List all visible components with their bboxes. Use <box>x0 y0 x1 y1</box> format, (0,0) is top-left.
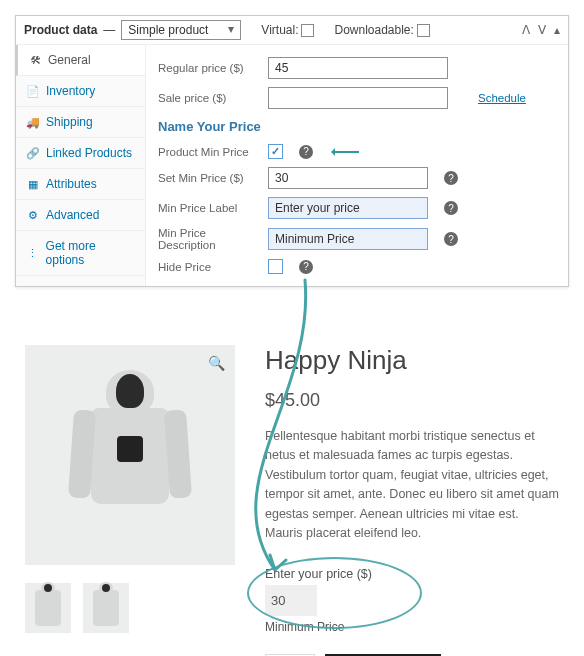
annotation-arrow-icon <box>333 151 359 153</box>
min-price-label-input[interactable] <box>268 197 428 219</box>
name-your-price-title: Name Your Price <box>158 113 556 140</box>
tab-general[interactable]: 🛠 General <box>16 45 145 76</box>
nyp-price-input[interactable] <box>265 585 317 616</box>
expand-icon[interactable]: ᐯ <box>538 23 546 37</box>
panel-toggle-icon[interactable]: ▴ <box>554 23 560 37</box>
set-min-price-label: Set Min Price ($) <box>158 172 258 184</box>
tab-shipping[interactable]: 🚚 Shipping <box>16 107 145 138</box>
downloadable-label: Downloadable: <box>334 23 413 37</box>
virtual-label: Virtual: <box>261 23 298 37</box>
link-icon: 🔗 <box>26 146 40 160</box>
regular-price-input[interactable] <box>268 57 448 79</box>
min-price-label-label: Min Price Label <box>158 202 258 214</box>
truck-icon: 🚚 <box>26 115 40 129</box>
tab-linked-products[interactable]: 🔗 Linked Products <box>16 138 145 169</box>
tab-inventory[interactable]: 📄 Inventory <box>16 76 145 107</box>
product-thumb[interactable] <box>83 583 129 633</box>
grid-icon: ▦ <box>26 177 40 191</box>
more-icon: ⋮ <box>26 246 40 260</box>
sale-price-input[interactable] <box>268 87 448 109</box>
help-icon[interactable]: ? <box>299 145 313 159</box>
collapse-icon[interactable]: ᐱ <box>522 23 530 37</box>
gear-icon: ⚙ <box>26 208 40 222</box>
file-icon: 📄 <box>26 84 40 98</box>
help-icon[interactable]: ? <box>444 201 458 215</box>
min-price-desc-input[interactable] <box>268 228 428 250</box>
product-data-title: Product data <box>24 23 97 37</box>
product-min-price-checkbox[interactable]: ✓ <box>268 144 283 159</box>
wrench-icon: 🛠 <box>28 53 42 67</box>
regular-price-label: Regular price ($) <box>158 62 258 74</box>
product-price: $45.00 <box>265 390 559 411</box>
nyp-label: Enter your price ($) <box>265 567 425 581</box>
hide-price-label: Hide Price <box>158 261 258 273</box>
virtual-checkbox[interactable] <box>301 24 314 37</box>
tab-get-more-options[interactable]: ⋮ Get more options <box>16 231 145 276</box>
product-thumb[interactable] <box>25 583 71 633</box>
schedule-link[interactable]: Schedule <box>478 92 526 104</box>
product-main-image[interactable]: 🔍 <box>25 345 235 565</box>
min-price-desc-label: Min Price Description <box>158 227 258 251</box>
set-min-price-input[interactable] <box>268 167 428 189</box>
product-title: Happy Ninja <box>265 345 559 376</box>
product-description: Pellentesque habitant morbi tristique se… <box>265 427 559 543</box>
zoom-icon[interactable]: 🔍 <box>208 355 225 371</box>
help-icon[interactable]: ? <box>444 171 458 185</box>
downloadable-checkbox[interactable] <box>417 24 430 37</box>
help-icon[interactable]: ? <box>444 232 458 246</box>
nyp-min-label: Minimum Price <box>265 620 425 634</box>
tab-attributes[interactable]: ▦ Attributes <box>16 169 145 200</box>
help-icon[interactable]: ? <box>299 260 313 274</box>
hide-price-checkbox[interactable]: ✓ <box>268 259 283 274</box>
product-min-price-label: Product Min Price <box>158 146 258 158</box>
product-type-select[interactable]: Simple product <box>121 20 241 40</box>
tab-advanced[interactable]: ⚙ Advanced <box>16 200 145 231</box>
sale-price-label: Sale price ($) <box>158 92 258 104</box>
